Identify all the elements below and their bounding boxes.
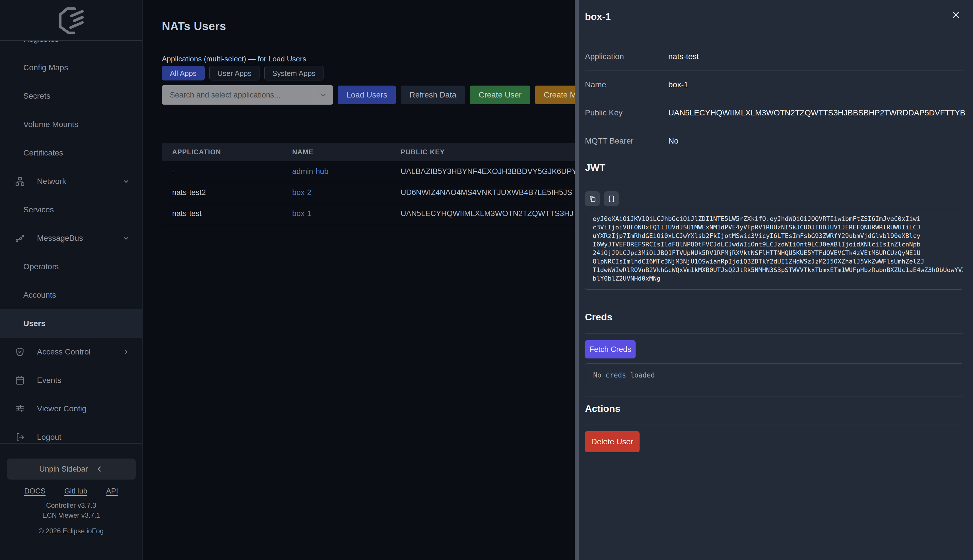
sidebar-item-label: Volume Mounts <box>23 120 78 129</box>
sidebar-nav: RegistriesConfig MapsSecretsVolume Mount… <box>0 25 142 452</box>
field-label: MQTT Bearer <box>585 137 668 145</box>
close-icon[interactable] <box>949 8 963 22</box>
sidebar-item-services[interactable]: Services <box>0 195 142 224</box>
user-name-link[interactable]: box-1 <box>292 209 401 218</box>
user-name-link[interactable]: admin-hub <box>292 167 401 176</box>
refresh-data-button[interactable]: Refresh Data <box>401 85 465 104</box>
sidebar-item-label: MessageBus <box>37 234 83 243</box>
unpin-sidebar-label: Unpin Sidebar <box>39 465 88 473</box>
drawer-header: box-1 <box>578 0 973 33</box>
sidebar-item-label: Users <box>23 319 45 328</box>
sidebar-item-label: Accounts <box>23 290 56 300</box>
sidebar-item-label: Config Maps <box>23 63 68 72</box>
sidebar-item-config-maps[interactable]: Config Maps <box>0 53 142 82</box>
chevron-down-icon[interactable] <box>319 91 327 99</box>
drawer-scrollbar[interactable] <box>575 0 578 560</box>
sidebar-item-secrets[interactable]: Secrets <box>0 82 142 110</box>
sidebar-item-access-control[interactable]: Access Control <box>0 338 142 366</box>
table-row[interactable]: nats-testbox-1UAN5LECYHQWIIMLXLM3WOTN2TZ… <box>162 203 578 224</box>
cell-application: nats-test2 <box>172 188 292 197</box>
sidebar-item-label: Services <box>23 205 54 214</box>
application-select[interactable] <box>162 85 333 105</box>
column-header-application: APPLICATION <box>172 148 292 156</box>
sidebar-item-label: Certificates <box>23 148 63 157</box>
drawer-fields: Applicationnats-testNamebox-1Public KeyU… <box>585 43 963 155</box>
chevron-left-icon <box>96 465 103 473</box>
sidebar-item-accounts[interactable]: Accounts <box>0 281 142 309</box>
controller-version: Controller v3.7.3 <box>0 500 142 510</box>
chip-system-apps[interactable]: System Apps <box>264 66 323 80</box>
field-value: No <box>668 137 679 145</box>
load-users-button[interactable]: Load Users <box>338 85 396 104</box>
jwt-heading: JWT <box>585 162 605 173</box>
iofog-logo-icon <box>56 5 86 35</box>
sidebar-item-volume-mounts[interactable]: Volume Mounts <box>0 110 142 139</box>
creds-empty-text: No creds loaded <box>593 371 655 379</box>
sidebar-item-messagebus[interactable]: MessageBus <box>0 224 142 252</box>
cell-public-key: UD6NWIZ4NAO4MS4VNKTJUXWB4B7LE5IH5JS <box>401 188 578 197</box>
sidebar-item-label: Logout <box>37 433 62 442</box>
sidebar-item-logout[interactable]: Logout <box>0 423 142 452</box>
field-label: Public Key <box>585 108 668 117</box>
table-header-row: APPLICATION NAME PUBLIC KEY <box>162 143 578 161</box>
sidebar-item-label: Secrets <box>23 92 50 101</box>
unpin-sidebar-button[interactable]: Unpin Sidebar <box>7 458 136 480</box>
column-header-public-key: PUBLIC KEY <box>401 148 578 156</box>
creds-divider <box>585 333 963 334</box>
cell-public-key: UAN5LECYHQWIIMLXLM3WOTN2TZQWTTS3HJ <box>401 209 578 218</box>
calendar-icon <box>15 375 25 385</box>
sidebar-header <box>0 0 142 41</box>
table-row[interactable]: -admin-hubUALBAZIB5Y3HBYNF4EXOJH3BBDVY5G… <box>162 161 578 182</box>
applications-filter-label: Applications (multi-select) — for Load U… <box>162 55 306 63</box>
create-user-button[interactable]: Create User <box>470 85 530 104</box>
viewer-version: ECN Viewer v3.7.1 <box>0 510 142 520</box>
docs-link[interactable]: DOCS <box>24 487 45 495</box>
github-link[interactable]: GitHub <box>64 487 87 495</box>
table-row[interactable]: nats-test2box-2UD6NWIZ4NAO4MS4VNKTJUXWB4… <box>162 182 578 203</box>
sidebar-item-users[interactable]: Users <box>0 309 142 338</box>
sidebar-item-label: Operators <box>23 262 59 271</box>
field-row-name: Namebox-1 <box>585 71 963 99</box>
braces-icon[interactable]: {} <box>604 191 619 206</box>
field-value: UAN5LECYHQWIIMLXLM3WOTN2TZQWTTS3HJBBSBHP… <box>668 108 965 117</box>
field-label: Name <box>585 80 668 89</box>
sidebar-item-label: Network <box>37 177 66 186</box>
sidebar-item-label: Viewer Config <box>37 404 87 413</box>
user-name-link[interactable]: box-2 <box>292 188 401 197</box>
shield-check-icon <box>15 347 25 357</box>
field-row-public-key: Public KeyUAN5LECYHQWIIMLXLM3WOTN2TZQWTT… <box>585 99 963 127</box>
chip-user-apps[interactable]: User Apps <box>209 66 259 80</box>
actions-top-divider <box>585 397 963 397</box>
jwt-token-box[interactable]: eyJ0eXAiOiJKV1QiLCJhbGciOiJlZDI1NTE5LW5r… <box>585 209 963 290</box>
sidebar-item-events[interactable]: Events <box>0 366 142 395</box>
jwt-token-text: eyJ0eXAiOiJKV1QiLCJhbGciOiJlZDI1NTE5LW5r… <box>585 209 963 288</box>
sidebar-item-certificates[interactable]: Certificates <box>0 139 142 167</box>
api-link[interactable]: API <box>106 487 118 495</box>
chevron-down-icon <box>122 235 130 242</box>
chevron-right-icon <box>122 348 130 356</box>
application-search-input[interactable] <box>162 85 333 105</box>
drawer-title: box-1 <box>585 11 611 22</box>
sidebar-item-label: Events <box>37 376 62 385</box>
chip-all-apps[interactable]: All Apps <box>162 66 204 80</box>
copyright: © 2026 Eclipse ioFog <box>0 527 142 535</box>
footer-links: DOCS GitHub API <box>0 487 142 495</box>
users-table: APPLICATION NAME PUBLIC KEY -admin-hubUA… <box>162 143 578 224</box>
sidebar-item-label: Access Control <box>37 347 90 357</box>
field-label: Application <box>585 52 668 61</box>
column-header-name: NAME <box>292 148 401 156</box>
delete-user-button[interactable]: Delete User <box>585 431 640 452</box>
sidebar-item-network[interactable]: Network <box>0 167 142 195</box>
select-divider <box>314 88 314 102</box>
jwt-divider <box>585 185 963 185</box>
cell-public-key: UALBAZIB5Y3HBYNF4EXOJH3BBDVY5GJK6UPY <box>401 167 578 176</box>
creds-heading: Creds <box>585 312 612 323</box>
sidebar-item-viewer-config[interactable]: Viewer Config <box>0 395 142 423</box>
sliders-icon <box>15 404 25 414</box>
field-value: box-1 <box>668 80 688 89</box>
actions-heading: Actions <box>585 403 620 414</box>
sidebar-item-operators[interactable]: Operators <box>0 252 142 281</box>
cell-application: - <box>172 167 292 176</box>
copy-icon[interactable] <box>585 191 600 206</box>
fetch-creds-button[interactable]: Fetch Creds <box>585 340 635 358</box>
